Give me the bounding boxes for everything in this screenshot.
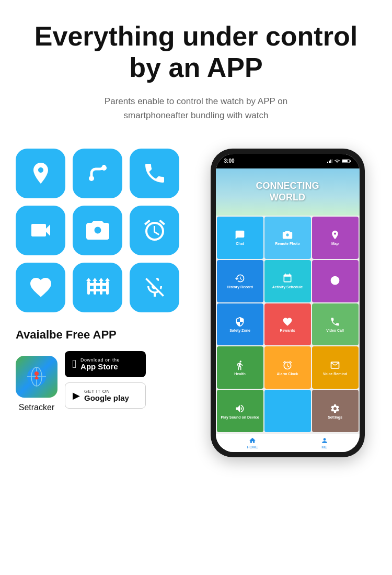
connecting-world-text: CONNECTING WORLD: [256, 181, 319, 203]
app-history[interactable]: History Record: [217, 260, 263, 302]
me-nav-icon: [321, 437, 328, 444]
google-play-badge[interactable]: ▶ GET IT ON Google play: [65, 382, 146, 409]
svg-rect-2: [87, 281, 90, 295]
phone-bottom-nav: HOME ME: [216, 433, 360, 452]
location-icon: [28, 161, 53, 186]
svg-rect-5: [106, 281, 109, 295]
app-alarm-clock[interactable]: Alarm Clock: [264, 346, 311, 389]
app-safety-zone[interactable]: Safety Zone: [217, 303, 263, 346]
svg-rect-22: [342, 160, 348, 162]
route-icon: [85, 161, 110, 186]
video-tile: [16, 206, 65, 255]
signal-icon: [327, 159, 332, 163]
phone-mockup: 3:00: [211, 149, 365, 457]
heart-tile: [16, 263, 65, 312]
svg-marker-9: [93, 278, 97, 281]
map-icon: [330, 230, 340, 240]
svg-point-16: [34, 371, 39, 376]
phone-status-icons: [327, 159, 351, 163]
svg-marker-11: [105, 278, 110, 281]
schedule-icon: [282, 273, 293, 284]
app-store-badge[interactable]:  Download on the App Store: [65, 351, 146, 377]
video-icon: [28, 218, 53, 243]
phone-banner: CONNECTING WORLD: [216, 168, 360, 216]
svg-rect-19: [330, 160, 331, 163]
camera-tile: [73, 206, 122, 255]
fence-icon: [85, 275, 110, 300]
chat-icon: [235, 230, 245, 240]
battery-icon: [342, 159, 351, 163]
app-schedule[interactable]: Activity Schedule: [264, 260, 311, 302]
video-call-icon: [330, 317, 340, 327]
health-icon: [235, 360, 245, 370]
svg-marker-10: [99, 278, 103, 281]
home-nav-icon: [249, 437, 256, 444]
app-voice-remind[interactable]: Voice Remind: [312, 346, 359, 389]
nav-home[interactable]: HOME: [247, 437, 258, 449]
google-play-icon: ▶: [73, 390, 80, 401]
setracker-icon-graphic: [25, 365, 48, 388]
app-store-text: Download on the App Store: [80, 357, 120, 371]
svg-rect-4: [100, 281, 102, 295]
app-map[interactable]: Map: [312, 217, 359, 259]
icon-grid: [16, 149, 179, 312]
app-play-sound[interactable]: Play Sound on Device: [217, 390, 263, 432]
voice-remind-icon: [330, 360, 340, 370]
app-chat[interactable]: Chat: [217, 217, 263, 259]
app-settings[interactable]: Settings: [312, 390, 359, 432]
app-extra[interactable]: [312, 260, 359, 302]
svg-rect-20: [332, 159, 332, 163]
alarm-icon: [142, 218, 167, 243]
mute-tile: [130, 263, 179, 312]
location-tile: [16, 149, 65, 198]
svg-point-0: [89, 176, 94, 181]
setracker-label: Setracker: [19, 403, 54, 412]
mute-icon: [142, 275, 167, 300]
setracker-app-icon: [16, 356, 57, 398]
rewards-icon: [282, 317, 293, 327]
phone-tile: [130, 149, 179, 198]
nav-me[interactable]: ME: [321, 437, 328, 449]
camera-icon: [85, 218, 110, 243]
phone-time: 3:00: [224, 158, 235, 164]
svg-rect-6: [87, 283, 109, 286]
app-health[interactable]: Health: [217, 346, 263, 389]
safety-zone-icon: [235, 317, 245, 327]
app-video-call[interactable]: Video Call: [312, 303, 359, 346]
remote-photo-icon: [282, 230, 293, 240]
app-rewards[interactable]: Rewards: [264, 303, 311, 346]
wifi-icon: [334, 159, 340, 163]
app-icon-row: Setracker  Download on the App Store ▶: [16, 351, 146, 417]
store-badges:  Download on the App Store ▶ GET IT ON …: [65, 351, 146, 409]
extra-icon: [330, 275, 340, 286]
phone-icon: [142, 161, 167, 186]
app-empty: [264, 390, 311, 432]
available-label: Avaialbe Free APP: [16, 328, 117, 342]
app-grid: Chat Remote Photo Map History Re: [216, 216, 360, 433]
content-row: Avaialbe Free APP: [16, 149, 376, 457]
alarm-clock-icon: [282, 360, 293, 370]
phone-notch: [274, 154, 301, 160]
subtitle: Parents enable to control the watch by A…: [76, 94, 316, 122]
settings-icon: [330, 403, 340, 414]
app-remote-photo[interactable]: Remote Photo: [264, 217, 311, 259]
svg-rect-7: [87, 289, 109, 291]
google-play-text: GET IT ON Google play: [84, 389, 129, 403]
svg-marker-8: [86, 278, 91, 281]
apple-icon: : [72, 357, 76, 371]
fence-tile: [73, 263, 122, 312]
phone-screen: 3:00: [216, 154, 360, 452]
alarm-tile: [130, 206, 179, 255]
right-panel: 3:00: [199, 149, 376, 457]
svg-rect-3: [94, 281, 96, 295]
svg-rect-18: [329, 161, 330, 163]
route-tile: [73, 149, 122, 198]
phone-status-bar: 3:00: [216, 154, 360, 168]
left-panel: Avaialbe Free APP: [16, 149, 188, 417]
heart-icon: [28, 275, 53, 300]
svg-rect-23: [350, 160, 351, 162]
svg-rect-17: [327, 162, 328, 163]
play-sound-icon: [235, 403, 245, 414]
page-container: Everything under control by an APP Paren…: [0, 0, 392, 575]
history-icon: [235, 273, 245, 284]
